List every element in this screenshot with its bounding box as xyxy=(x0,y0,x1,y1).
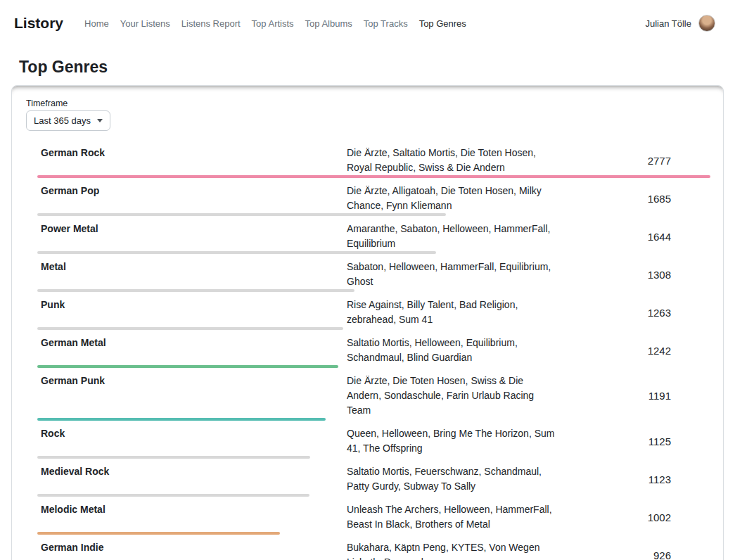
timeframe-label: Timeframe xyxy=(26,98,709,108)
genre-name: German Indie xyxy=(37,540,347,560)
genre-count: 1685 xyxy=(558,193,710,205)
genre-name: German Pop xyxy=(37,184,347,213)
avatar[interactable] xyxy=(698,15,715,32)
genre-artists: Die Ärzte, Alligatoah, Die Toten Hosen, … xyxy=(347,184,558,213)
genre-bar xyxy=(37,289,354,292)
genre-count: 1242 xyxy=(558,345,710,357)
nav-link-top-tracks[interactable]: Top Tracks xyxy=(358,13,414,34)
nav-link-home[interactable]: Home xyxy=(79,13,115,34)
timeframe-selected-value: Last 365 days xyxy=(34,115,91,126)
genre-row: Rock Queen, Helloween, Bring Me The Hori… xyxy=(37,421,710,459)
genre-artists: Queen, Helloween, Bring Me The Horizon, … xyxy=(347,426,558,456)
genre-bar xyxy=(37,365,338,368)
genre-artists: Bukahara, Käptn Peng, KYTES, Von Wegen L… xyxy=(347,540,558,560)
nav-link-listens-report[interactable]: Listens Report xyxy=(176,13,246,34)
genre-bar xyxy=(37,456,310,459)
genre-row: Punk Rise Against, Billy Talent, Bad Rel… xyxy=(37,293,710,331)
navbar: Listory HomeYour ListensListens ReportTo… xyxy=(0,0,735,46)
genre-bar xyxy=(37,251,436,254)
genre-artists: Saltatio Mortis, Helloween, Equilibrium,… xyxy=(347,336,558,365)
genre-bar xyxy=(37,175,710,178)
brand-logo[interactable]: Listory xyxy=(14,15,63,32)
genre-count: 1002 xyxy=(558,511,710,523)
genre-row: German Indie Bukahara, Käptn Peng, KYTES… xyxy=(37,535,710,560)
genre-bar xyxy=(37,494,309,497)
genre-row: Medieval Rock Saltatio Mortis, Feuerschw… xyxy=(37,459,710,497)
genre-name: Medieval Rock xyxy=(37,464,347,494)
page-title: Top Genres xyxy=(11,58,724,77)
genre-bar xyxy=(37,418,326,421)
timeframe-group: Timeframe Last 365 days xyxy=(26,98,709,131)
genre-artists: Sabaton, Helloween, HammerFall, Equilibr… xyxy=(347,260,558,289)
genre-count: 1123 xyxy=(558,473,710,485)
genre-count: 2777 xyxy=(558,155,710,167)
genre-name: German Punk xyxy=(37,374,347,418)
genre-row: German Rock Die Ärzte, Saltatio Mortis, … xyxy=(37,141,710,179)
genre-name: Punk xyxy=(37,298,347,327)
chevron-down-icon xyxy=(97,119,103,122)
nav-links: HomeYour ListensListens ReportTop Artist… xyxy=(79,13,472,34)
genre-name: German Rock xyxy=(37,146,347,175)
genre-name: Melodic Metal xyxy=(37,502,347,532)
genre-artists: Rise Against, Billy Talent, Bad Religion… xyxy=(347,298,558,327)
genre-bar xyxy=(37,532,280,535)
genre-row: Power Metal Amaranthe, Sabaton, Hellowee… xyxy=(37,217,710,255)
top-genres-card: Timeframe Last 365 days German Rock Die … xyxy=(11,85,724,560)
genre-count: 1191 xyxy=(558,390,710,402)
genre-row: German Pop Die Ärzte, Alligatoah, Die To… xyxy=(37,179,710,217)
genre-artists: Die Ärzte, Die Toten Hosen, Swiss & Die … xyxy=(347,374,558,418)
genre-count: 1263 xyxy=(558,307,710,319)
user-name[interactable]: Julian Tölle xyxy=(645,18,691,29)
nav-link-top-albums[interactable]: Top Albums xyxy=(300,13,358,34)
genre-row: Metal Sabaton, Helloween, HammerFall, Eq… xyxy=(37,255,710,293)
nav-link-top-genres[interactable]: Top Genres xyxy=(414,13,472,34)
genre-count: 1644 xyxy=(558,231,710,243)
genre-name: Power Metal xyxy=(37,222,347,251)
timeframe-select[interactable]: Last 365 days xyxy=(26,110,110,131)
genre-name: Metal xyxy=(37,260,347,289)
genre-name: Rock xyxy=(37,426,347,456)
nav-link-top-artists[interactable]: Top Artists xyxy=(246,13,300,34)
genre-artists: Die Ärzte, Saltatio Mortis, Die Toten Ho… xyxy=(347,146,558,175)
genre-name: German Metal xyxy=(37,336,347,365)
genre-artists: Amaranthe, Sabaton, Helloween, HammerFal… xyxy=(347,222,558,251)
genre-count: 1125 xyxy=(558,435,710,447)
genre-count: 926 xyxy=(558,549,710,560)
genre-row: Melodic Metal Unleash The Archers, Hello… xyxy=(37,497,710,535)
genre-bar xyxy=(37,327,343,330)
genre-bar xyxy=(37,213,446,216)
nav-link-your-listens[interactable]: Your Listens xyxy=(115,13,176,34)
genre-row: German Punk Die Ärzte, Die Toten Hosen, … xyxy=(37,369,710,421)
genre-row: German Metal Saltatio Mortis, Helloween,… xyxy=(37,331,710,369)
main-content: Top Genres Timeframe Last 365 days Germa… xyxy=(0,58,735,560)
genre-count: 1308 xyxy=(558,269,710,281)
genre-artists: Unleash The Archers, Helloween, HammerFa… xyxy=(347,502,558,532)
genres-table: German Rock Die Ärzte, Saltatio Mortis, … xyxy=(37,141,710,560)
genre-artists: Saltatio Mortis, Feuerschwanz, Schandmau… xyxy=(347,464,558,494)
